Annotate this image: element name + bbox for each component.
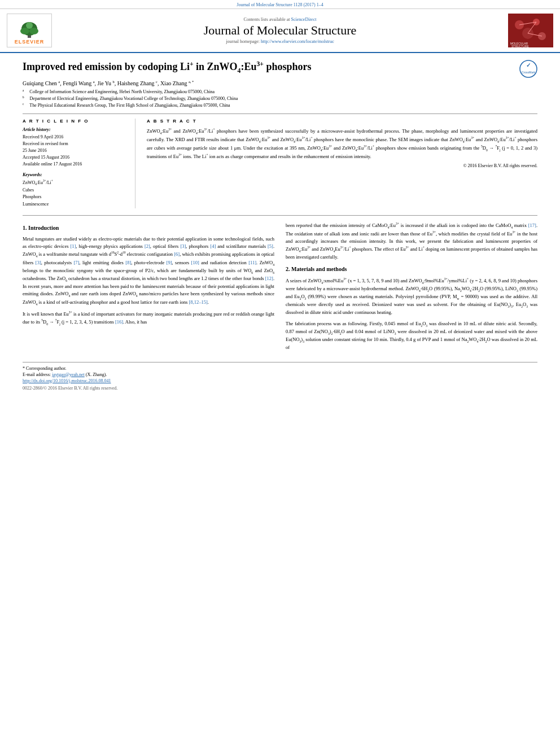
journal-header-center: Contents lists available at ScienceDirec… [58, 17, 502, 44]
journal-ref-text: Journal of Molecular Structure 1128 (201… [237, 2, 323, 7]
issn-line: 0022-2860/© 2016 Elsevier B.V. All right… [23, 386, 537, 391]
received-date: Received 9 April 2016 [23, 134, 126, 141]
body-divider [23, 215, 537, 216]
main-content: ✓ CrossMark Improved red emission by cod… [0, 53, 560, 397]
doi-line: http://dx.doi.org/10.1016/j.molstruc.201… [23, 378, 537, 383]
svg-point-4 [26, 22, 33, 29]
journal-title: Journal of Molecular Structure [58, 23, 502, 38]
received-revised-label: Received in revised form [23, 141, 126, 147]
authors-line: Guiqiang Chen a, Fengli Wang a, Jie Yu b… [23, 80, 537, 86]
email-line: E-mail address: jaytgao@yeah.net (X. Zha… [23, 372, 537, 377]
keyword-4: Luminescence [23, 201, 126, 208]
copyright-text: © 2016 Elsevier B.V. All rights reserved… [147, 163, 537, 168]
keyword-2: Cubes [23, 187, 126, 194]
footnotes: * Corresponding author. E-mail address: … [23, 362, 537, 391]
accepted-date: Accepted 15 August 2016 [23, 154, 126, 161]
homepage-line: journal homepage: http://www.elsevier.co… [58, 39, 502, 44]
methods-para2: The fabrication process was as following… [286, 320, 537, 352]
received-revised-date: 25 June 2016 [23, 147, 126, 154]
svg-point-2 [20, 28, 29, 34]
email-link[interactable]: jaytgao@yeah.net [52, 372, 85, 377]
abstract-label: A B S T R A C T [147, 119, 537, 124]
journal-reference-bar: Journal of Molecular Structure 1128 (201… [0, 0, 560, 9]
methods-para1: A seizes of ZnWO4:xmol%Eu3+ (x = 1, 3, 5… [286, 277, 537, 317]
body-col-right: been reported that the emission intensit… [286, 221, 537, 355]
elsevier-label: ELSEVIER [15, 39, 45, 45]
molecular-structure-image: MOLECULAR STRUCTURE [508, 14, 553, 47]
keywords-label: Keywords: [23, 172, 126, 177]
corresponding-author: * Corresponding author. [23, 366, 537, 371]
intro-para3: been reported that the emission intensit… [286, 221, 537, 261]
crossmark-icon: ✓ CrossMark [519, 60, 537, 78]
journal-header: ELSEVIER Contents lists available at Sci… [0, 9, 560, 53]
elsevier-logo: ELSEVIER [7, 14, 52, 47]
elsevier-tree-icon [12, 16, 46, 39]
keyword-3: Phosphors [23, 194, 126, 201]
body-col-left: 1. Introduction Metal tungstates are stu… [23, 221, 274, 355]
svg-text:✓: ✓ [526, 62, 531, 68]
crossmark-badge: ✓ CrossMark [519, 60, 537, 79]
body-content: 1. Introduction Metal tungstates are stu… [23, 221, 537, 355]
methods-heading: 2. Materials and methods [286, 265, 537, 273]
intro-heading: 1. Introduction [23, 224, 274, 232]
homepage-link[interactable]: http://www.elsevier.com/locate/molstruc [261, 39, 334, 44]
history-label: Article history: [23, 127, 126, 132]
about-text: about [218, 145, 229, 151]
affiliations: a College of Information Science and Eng… [23, 89, 537, 109]
abstract-panel: A B S T R A C T ZnWO4:Eu3+ and ZnWO4:Eu3… [147, 119, 537, 208]
abstract-text: ZnWO4:Eu3+ and ZnWO4:Eu3+/Li+ phosphors … [147, 127, 537, 160]
svg-text:STRUCTURE: STRUCTURE [511, 45, 529, 47]
svg-text:CrossMark: CrossMark [522, 71, 536, 74]
article-info-abstract: A R T I C L E I N F O Article history: R… [23, 119, 537, 208]
svg-point-3 [29, 28, 38, 34]
article-info-label: A R T I C L E I N F O [23, 119, 126, 124]
intro-para2: It is well known that Eu3+ is a kind of … [23, 310, 274, 326]
sciencedirect-link[interactable]: ScienceDirect [291, 17, 317, 22]
mol-structure-icon: MOLECULAR STRUCTURE [508, 14, 553, 47]
keyword-1: ZnWO4:Eu3+/Li+ [23, 178, 126, 187]
doi-link[interactable]: http://dx.doi.org/10.1016/j.molstruc.201… [23, 378, 111, 383]
available-date: Available online 17 August 2016 [23, 161, 126, 168]
contents-available-line: Contents lists available at ScienceDirec… [58, 17, 502, 22]
paper-title: Improved red emission by codoping Li+ in… [23, 60, 537, 75]
header-divider [23, 113, 537, 114]
article-info-panel: A R T I C L E I N F O Article history: R… [23, 119, 135, 208]
intro-para1: Metal tungstates are studied widely as e… [23, 235, 274, 307]
